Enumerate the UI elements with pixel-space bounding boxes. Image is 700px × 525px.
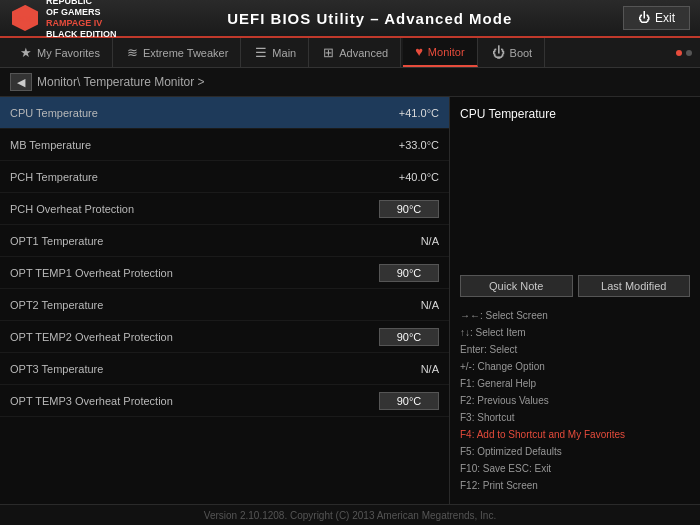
main-icon: ☰ — [255, 45, 267, 60]
shortcut-f4: F4: Add to Shortcut and My Favorites — [460, 426, 690, 443]
shortcut-f10: F10: Save ESC: Exit — [460, 460, 690, 477]
nav-bar: ★ My Favorites ≋ Extreme Tweaker ☰ Main … — [0, 38, 700, 68]
table-row[interactable]: PCH Overheat Protection 90°C — [0, 193, 449, 225]
breadcrumb-bar: ◀ Monitor\ Temperature Monitor > — [0, 68, 700, 97]
power-icon: ⏻ — [638, 11, 650, 25]
dot-1 — [676, 50, 682, 56]
rog-logo: ROG — [10, 3, 40, 33]
back-button[interactable]: ◀ — [10, 73, 32, 91]
left-panel: CPU Temperature +41.0°C MB Temperature +… — [0, 97, 450, 504]
main-content: CPU Temperature +41.0°C MB Temperature +… — [0, 97, 700, 504]
table-row[interactable]: MB Temperature +33.0°C — [0, 129, 449, 161]
shortcut-enter: Enter: Select — [460, 341, 690, 358]
last-modified-button[interactable]: Last Modified — [578, 275, 691, 297]
table-row[interactable]: OPT TEMP3 Overheat Protection 90°C — [0, 385, 449, 417]
opt-temp2-overheat-btn[interactable]: 90°C — [379, 328, 439, 346]
tab-favorites[interactable]: ★ My Favorites — [8, 38, 113, 67]
logo-area: ROG REPUBLIC OF GAMERS RAMPAGE IV BLACK … — [10, 0, 117, 40]
tab-extreme-tweaker[interactable]: ≋ Extreme Tweaker — [115, 38, 241, 67]
table-row[interactable]: OPT1 Temperature N/A — [0, 225, 449, 257]
top-bar: ROG REPUBLIC OF GAMERS RAMPAGE IV BLACK … — [0, 0, 700, 38]
breadcrumb: Monitor\ Temperature Monitor > — [37, 75, 205, 89]
tab-main[interactable]: ☰ Main — [243, 38, 309, 67]
opt-temp1-overheat-btn[interactable]: 90°C — [379, 264, 439, 282]
footer-text: Version 2.10.1208. Copyright (C) 2013 Am… — [204, 510, 496, 521]
right-bottom: Quick Note Last Modified →←: Select Scre… — [460, 275, 690, 494]
shortcut-f2: F2: Previous Values — [460, 392, 690, 409]
shortcut-f3: F3: Shortcut — [460, 409, 690, 426]
footer: Version 2.10.1208. Copyright (C) 2013 Am… — [0, 504, 700, 525]
tab-advanced[interactable]: ⊞ Advanced — [311, 38, 401, 67]
bios-title: UEFI BIOS Utility – Advanced Mode — [117, 10, 623, 27]
star-icon: ★ — [20, 45, 32, 60]
advanced-icon: ⊞ — [323, 45, 334, 60]
shortcut-select-screen: →←: Select Screen — [460, 307, 690, 324]
monitor-icon: ♥ — [415, 44, 423, 59]
table-row[interactable]: PCH Temperature +40.0°C — [0, 161, 449, 193]
table-row[interactable]: CPU Temperature +41.0°C — [0, 97, 449, 129]
right-panel: CPU Temperature Quick Note Last Modified… — [450, 97, 700, 504]
tab-boot[interactable]: ⏻ Boot — [480, 38, 546, 67]
shortcut-select-item: ↑↓: Select Item — [460, 324, 690, 341]
info-title: CPU Temperature — [460, 107, 690, 121]
boot-icon: ⏻ — [492, 45, 505, 60]
table-row[interactable]: OPT2 Temperature N/A — [0, 289, 449, 321]
logo-text: REPUBLIC OF GAMERS RAMPAGE IV BLACK EDIT… — [46, 0, 117, 40]
tab-monitor[interactable]: ♥ Monitor — [403, 38, 477, 67]
exit-button[interactable]: ⏻ Exit — [623, 6, 690, 30]
nav-dots — [676, 50, 692, 56]
table-row[interactable]: OPT TEMP2 Overheat Protection 90°C — [0, 321, 449, 353]
svg-text:ROG: ROG — [15, 14, 36, 24]
table-row[interactable]: OPT TEMP1 Overheat Protection 90°C — [0, 257, 449, 289]
dot-2 — [686, 50, 692, 56]
opt-temp3-overheat-btn[interactable]: 90°C — [379, 392, 439, 410]
shortcut-f12: F12: Print Screen — [460, 477, 690, 494]
shortcut-list: →←: Select Screen ↑↓: Select Item Enter:… — [460, 307, 690, 494]
pch-overheat-btn[interactable]: 90°C — [379, 200, 439, 218]
shortcut-change: +/-: Change Option — [460, 358, 690, 375]
quick-note-row: Quick Note Last Modified — [460, 275, 690, 297]
tweaker-icon: ≋ — [127, 45, 138, 60]
shortcut-f5: F5: Optimized Defaults — [460, 443, 690, 460]
quick-note-button[interactable]: Quick Note — [460, 275, 573, 297]
table-row[interactable]: OPT3 Temperature N/A — [0, 353, 449, 385]
shortcut-f1: F1: General Help — [460, 375, 690, 392]
